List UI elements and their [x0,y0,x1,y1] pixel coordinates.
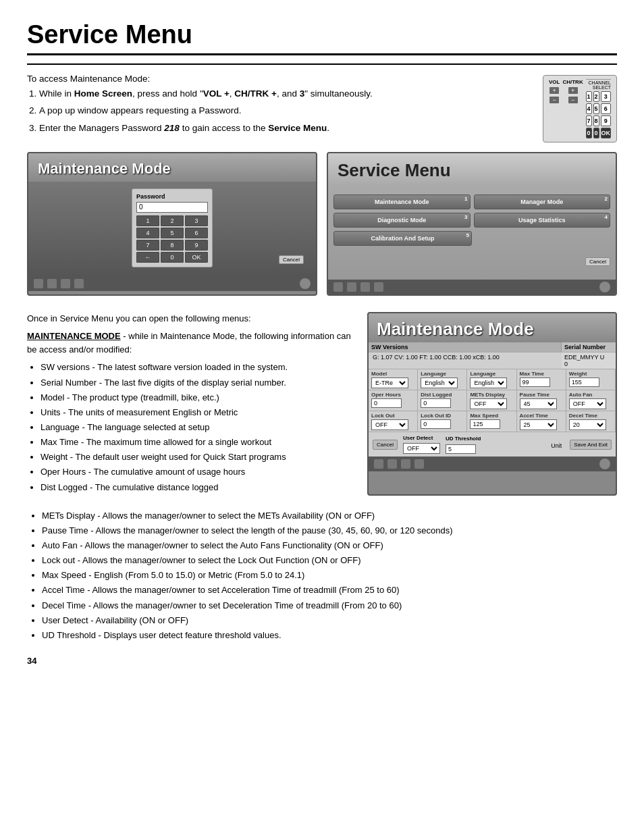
screenshots-row: Maintenance Mode Password 0 1 2 3 4 5 6 … [27,152,617,296]
deceltime-value: 20 [569,419,612,430]
mm-footer-icon-round [599,459,610,469]
item-num-3: 3 [464,214,467,220]
operhours-value [371,398,414,408]
ch-minus[interactable]: − [568,97,578,103]
mets-select[interactable]: OFF [470,398,507,409]
mm-screenshot-body: Password 0 1 2 3 4 5 6 7 8 9 ← 0 OK [28,182,316,276]
maintenance-mode-title: MAINTENANCE MODE [27,331,121,341]
mm-panel-title: Maintenance Mode [377,319,608,340]
remote-btn-0a[interactable]: 0 [586,128,592,138]
autofan-select[interactable]: OFF [569,398,606,409]
weight-input[interactable] [569,377,599,387]
remote-btn-9[interactable]: 9 [601,115,612,126]
language2-select[interactable]: English [470,377,507,388]
distlogged-input[interactable] [421,398,451,408]
language1-select[interactable]: English [421,377,458,388]
remote-btn-1[interactable]: 1 [586,91,592,102]
deceltime-select[interactable]: 20 [569,419,606,430]
maxspeed-input[interactable] [470,419,500,429]
numpad-2[interactable]: 2 [161,215,184,226]
mm-sw-value-row: G: 1.07 CV: 1.00 FT: 1.00 CCB: 1.00 xCB:… [369,353,616,369]
password-input[interactable]: 0 [136,202,208,213]
mm-userdetect-cell: User Detect OFF [403,435,440,454]
numpad-6[interactable]: 6 [185,228,208,238]
numpad-3[interactable]: 3 [185,215,208,226]
remote-btn-2[interactable]: 2 [593,91,599,102]
numpad-9[interactable]: 9 [185,240,208,251]
service-menu-item-3[interactable]: 3 Diagnostic Mode [333,213,471,228]
numpad-8[interactable]: 8 [161,240,184,251]
remote-btn-3[interactable]: 3 [601,91,612,102]
model-select[interactable]: E-TRe [371,377,408,388]
bottom-bullet-5: Accel Time - Allows the manager/owner to… [42,583,617,597]
password-label: Password [136,193,208,200]
mm-cell-maxtime: Max Time [517,369,566,390]
remote-btn-8[interactable]: 8 [593,115,599,126]
password-dialog: Password 0 1 2 3 4 5 6 7 8 9 ← 0 OK [132,188,213,267]
operhours-input[interactable] [371,398,402,408]
remote-btn-6[interactable]: 6 [601,103,612,114]
autofan-value: OFF [569,398,612,409]
mm-sw-header-row: SW Versions Serial Number [369,342,616,353]
sm-footer [328,280,616,294]
lockoutid-label: Lock Out ID [421,413,464,419]
mm-footer-icon-1 [374,459,383,469]
numpad-7[interactable]: 7 [136,240,159,251]
userdetect-select[interactable]: OFF [403,443,440,454]
sm-footer-icon-3 [360,282,370,292]
lockoutid-input[interactable] [421,419,451,429]
maxtime-label: Max Time [520,371,563,377]
step-3: Enter the Managers Password 218 to gain … [39,121,529,136]
ch-trk-label: CH/TRK [562,79,583,85]
numpad-1[interactable]: 1 [136,215,159,226]
mm-screenshot-header: Maintenance Mode [28,153,316,182]
sm-cancel-btn[interactable]: Cancel [585,257,610,266]
deceltime-label: Decel Time [569,413,612,419]
bullet-sw: SW versions - The latest software versio… [41,361,354,374]
save-and-exit-btn[interactable]: Save And Exit [570,440,612,450]
lockout-select[interactable]: OFF [371,419,408,430]
mm-cell-distlogged: Dist Logged [418,390,467,411]
numpad-4[interactable]: 4 [136,228,159,238]
service-menu-item-2[interactable]: 2 Manager Mode [474,194,611,209]
numpad-back[interactable]: ← [136,252,159,263]
remote-btn-7[interactable]: 7 [586,115,592,126]
remote-btn-5[interactable]: 5 [593,103,599,114]
language2-label: Language [470,371,513,377]
mm-footer-icon-2 [387,459,397,469]
remote-btn-ok[interactable]: OK [601,128,612,138]
autofan-label: Auto Fan [569,392,612,398]
pausetime-label: Pause Time [520,392,563,398]
service-menu-item-1[interactable]: 1 Maintenance Mode [333,194,471,209]
udthreshold-input[interactable] [446,444,476,454]
numpad-0[interactable]: 0 [161,252,184,263]
operhours-label: Oper Hours [371,392,414,398]
numpad: 1 2 3 4 5 6 7 8 9 [136,215,208,251]
mm-unit-label: Unit [551,438,562,450]
lockout-label: Lock Out [371,413,414,419]
instructions: To access Maintenance Mode: While in Hom… [27,72,529,138]
vol-plus[interactable]: + [549,87,559,94]
model-label: Model [371,371,414,377]
mm-cancel-btn[interactable]: Cancel [373,440,398,450]
item-num-4: 4 [605,214,608,220]
bullet-distlogged: Dist Logged - The cumulative distance lo… [41,481,354,494]
pausetime-select[interactable]: 45 [520,398,557,409]
numpad-5[interactable]: 5 [161,228,184,238]
service-menu-item-4[interactable]: 4 Usage Statistics [474,213,611,228]
sm-footer-icon-2 [347,282,356,292]
vol-minus[interactable]: − [549,97,559,103]
sm-cancel-area: Cancel [333,246,610,266]
service-menu-item-5[interactable]: 5 Calibration And Setup [333,231,472,246]
maxtime-input[interactable] [520,377,550,387]
remote-btn-4[interactable]: 4 [586,103,592,114]
acceltime-select[interactable]: 25 [520,419,557,430]
bottom-bullet-3: Lock out - Allows the manager/owner to s… [42,554,617,567]
remote-btn-0b[interactable]: 0 [593,128,599,138]
ch-plus[interactable]: + [568,87,578,94]
page-number: 34 [27,656,617,666]
steps-list: While in Home Screen, press and hold "VO… [39,86,529,136]
numpad-ok[interactable]: OK [185,252,208,263]
mm-cell-pausetime: Pause Time 45 [517,390,566,411]
footer-icon-4 [74,279,84,288]
